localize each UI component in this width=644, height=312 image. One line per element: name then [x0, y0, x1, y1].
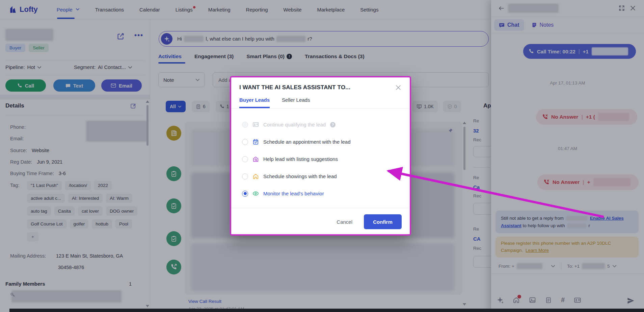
- option-listing-suggestions[interactable]: Help lead with listing suggestions: [242, 150, 402, 168]
- cancel-button[interactable]: Cancel: [337, 219, 352, 225]
- tab-buyer-leads[interactable]: Buyer Leads: [239, 97, 270, 108]
- radio-button[interactable]: [242, 122, 248, 128]
- app-root: Lofty People Transactions Calendar Listi…: [0, 0, 644, 312]
- radio-button[interactable]: [242, 139, 248, 145]
- option-continue-qualifying[interactable]: Continue qualifying the lead ?: [242, 116, 402, 133]
- option-schedule-showings[interactable]: Schedule showings with the lead: [242, 168, 402, 185]
- confirm-button[interactable]: Confirm: [364, 214, 402, 229]
- divider: [231, 208, 410, 208]
- modal-title: I WANT THE AI SALES ASSISTANT TO...: [239, 84, 350, 91]
- tab-seller-leads[interactable]: Seller Leads: [282, 97, 310, 108]
- option-label: Schedule showings with the lead: [263, 173, 337, 179]
- option-schedule-appointment[interactable]: Schedule an appointment with the lead: [242, 133, 402, 150]
- ai-sales-assistant-modal: I WANT THE AI SALES ASSISTANT TO... Buye…: [230, 76, 411, 236]
- window-bottom-edge: [9, 309, 644, 312]
- radio-button[interactable]: [242, 173, 248, 179]
- eye-icon: [252, 190, 259, 197]
- option-label: Schedule an appointment with the lead: [263, 139, 351, 145]
- option-label: Continue qualifying the lead: [263, 122, 326, 127]
- house-icon: [252, 173, 259, 179]
- id-card-icon: [252, 121, 259, 128]
- option-label: Help lead with listing suggestions: [263, 156, 338, 162]
- radio-button[interactable]: [242, 156, 248, 162]
- option-label: Monitor the lead's behavior: [263, 191, 324, 196]
- help-icon[interactable]: ?: [330, 122, 336, 127]
- radio-button-selected[interactable]: [242, 191, 248, 197]
- house-search-icon: [252, 156, 259, 162]
- close-icon[interactable]: [395, 84, 402, 91]
- option-monitor-behavior[interactable]: Monitor the lead's behavior: [242, 185, 402, 202]
- calendar-check-icon: [252, 139, 259, 145]
